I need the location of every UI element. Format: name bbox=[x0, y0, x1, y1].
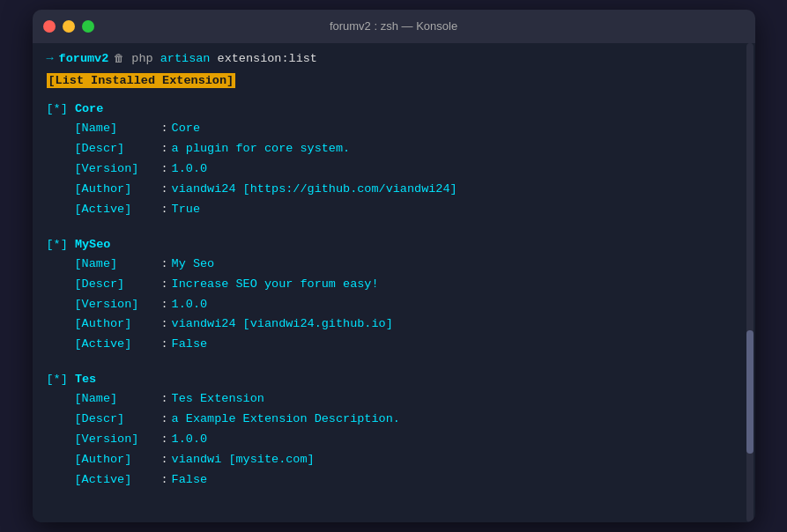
window-title: forumv2 : zsh — Konsole bbox=[330, 19, 457, 33]
extension-name-header: MySeo bbox=[75, 238, 111, 251]
detail-colon: : bbox=[161, 200, 168, 220]
detail-colon: : bbox=[161, 255, 168, 275]
terminal-window: forumv2 : zsh — Konsole → forumv2 🗑 php … bbox=[33, 10, 755, 522]
extension-header: [*] Tes bbox=[47, 373, 741, 386]
detail-key: [Version] bbox=[47, 159, 161, 180]
detail-row: [Author] : viandwi24 [https://github.com… bbox=[47, 180, 741, 200]
extension-block: [*] Tes [Name] : Tes Extension [Descr] :… bbox=[47, 373, 741, 491]
scrollbar[interactable] bbox=[746, 43, 754, 522]
detail-value: Core bbox=[172, 119, 200, 139]
detail-value: My Seo bbox=[172, 255, 215, 275]
detail-key: [Name] bbox=[47, 255, 161, 275]
detail-value: True bbox=[172, 200, 200, 220]
detail-key: [Descr] bbox=[47, 410, 161, 430]
bracket-star: [*] bbox=[47, 373, 68, 386]
cmd-extension: extension:list bbox=[210, 52, 317, 65]
traffic-lights bbox=[43, 20, 94, 33]
detail-row: [Active] : False bbox=[47, 470, 741, 491]
detail-row: [Active] : False bbox=[47, 335, 741, 355]
detail-value: 1.0.0 bbox=[172, 159, 208, 180]
detail-key: [Name] bbox=[47, 119, 161, 139]
detail-value: 1.0.0 bbox=[172, 430, 208, 450]
detail-colon: : bbox=[161, 335, 168, 355]
detail-row: [Descr] : Increase SEO your forum easy! bbox=[47, 275, 741, 295]
detail-colon: : bbox=[161, 410, 168, 430]
detail-colon: : bbox=[161, 430, 168, 450]
detail-key: [Author] bbox=[47, 180, 161, 200]
terminal-body[interactable]: → forumv2 🗑 php artisan extension:list [… bbox=[33, 43, 755, 522]
detail-row: [Author] : viandwi24 [viandwi24.github.i… bbox=[47, 314, 741, 335]
bracket-star: [*] bbox=[47, 102, 68, 115]
detail-value: 1.0.0 bbox=[172, 295, 208, 315]
detail-value: a Example Extension Description. bbox=[172, 410, 400, 430]
detail-value: Tes Extension bbox=[172, 389, 264, 410]
titlebar: forumv2 : zsh — Konsole bbox=[33, 10, 755, 43]
detail-key: [Descr] bbox=[47, 139, 161, 159]
detail-colon: : bbox=[161, 314, 168, 335]
detail-row: [Name] : Tes Extension bbox=[47, 389, 741, 410]
detail-value: viandwi24 [viandwi24.github.io] bbox=[172, 314, 393, 335]
detail-row: [Version] : 1.0.0 bbox=[47, 159, 741, 180]
detail-colon: : bbox=[161, 295, 168, 315]
detail-key: [Author] bbox=[47, 314, 161, 335]
detail-key: [Active] bbox=[47, 335, 161, 355]
detail-row: [Descr] : a plugin for core system. bbox=[47, 139, 741, 159]
extension-header: [*] Core bbox=[47, 102, 741, 115]
extension-name-header: Core bbox=[75, 102, 103, 115]
detail-row: [Author] : viandwi [mysite.com] bbox=[47, 450, 741, 470]
detail-key: [Author] bbox=[47, 450, 161, 470]
cmd-php: php bbox=[131, 52, 160, 65]
extension-header: [*] MySeo bbox=[47, 238, 741, 251]
detail-colon: : bbox=[161, 119, 168, 139]
detail-row: [Version] : 1.0.0 bbox=[47, 295, 741, 315]
detail-row: [Name] : My Seo bbox=[47, 255, 741, 275]
detail-colon: : bbox=[161, 389, 168, 410]
detail-key: [Version] bbox=[47, 430, 161, 450]
prompt-command: php artisan extension:list bbox=[131, 52, 317, 65]
detail-key: [Version] bbox=[47, 295, 161, 315]
detail-value: False bbox=[172, 470, 208, 491]
detail-key: [Name] bbox=[47, 389, 161, 410]
extension-block: [*] MySeo [Name] : My Seo [Descr] : Incr… bbox=[47, 238, 741, 356]
prompt-directory: forumv2 bbox=[59, 52, 109, 65]
detail-colon: : bbox=[161, 275, 168, 295]
detail-value: viandwi24 [https://github.com/viandwi24] bbox=[172, 180, 457, 200]
minimize-button[interactable] bbox=[63, 20, 75, 33]
scrollbar-thumb[interactable] bbox=[746, 330, 754, 454]
detail-key: [Active] bbox=[47, 470, 161, 491]
detail-row: [Active] : True bbox=[47, 200, 741, 220]
list-header: [List Installed Extension] bbox=[47, 73, 236, 88]
detail-colon: : bbox=[161, 159, 168, 180]
detail-value: viandwi [mysite.com] bbox=[172, 450, 315, 470]
prompt-line: → forumv2 🗑 php artisan extension:list bbox=[47, 52, 741, 65]
detail-key: [Descr] bbox=[47, 275, 161, 295]
extensions-list: [*] Core [Name] : Core [Descr] : a plugi… bbox=[47, 102, 741, 491]
detail-colon: : bbox=[161, 450, 168, 470]
extension-block: [*] Core [Name] : Core [Descr] : a plugi… bbox=[47, 102, 741, 220]
cmd-artisan: artisan bbox=[160, 52, 211, 65]
detail-row: [Version] : 1.0.0 bbox=[47, 430, 741, 450]
header-highlight-line: [List Installed Extension] bbox=[47, 72, 741, 102]
detail-value: a plugin for core system. bbox=[172, 139, 351, 159]
prompt-arrow-icon: → bbox=[47, 52, 54, 65]
extension-name-header: Tes bbox=[75, 373, 96, 386]
detail-value: False bbox=[172, 335, 208, 355]
detail-colon: : bbox=[161, 180, 168, 200]
bracket-star: [*] bbox=[47, 238, 68, 251]
detail-row: [Descr] : a Example Extension Descriptio… bbox=[47, 410, 741, 430]
detail-colon: : bbox=[161, 470, 168, 491]
maximize-button[interactable] bbox=[82, 20, 94, 33]
detail-key: [Active] bbox=[47, 200, 161, 220]
detail-colon: : bbox=[161, 139, 168, 159]
close-button[interactable] bbox=[43, 20, 56, 33]
detail-row: [Name] : Core bbox=[47, 119, 741, 139]
detail-value: Increase SEO your forum easy! bbox=[172, 275, 379, 295]
trash-icon: 🗑 bbox=[114, 52, 124, 65]
